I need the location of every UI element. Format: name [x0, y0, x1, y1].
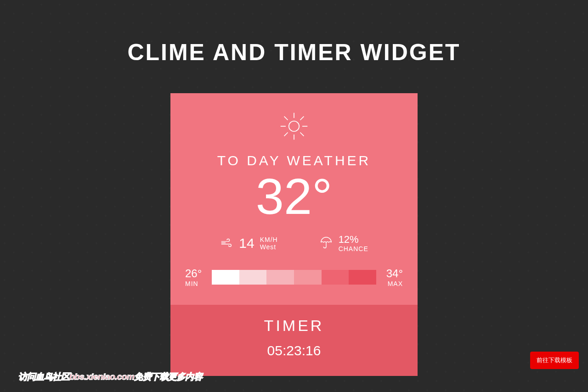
wind-stat: 14 KM/H West — [220, 234, 277, 252]
rain-percent: 12% — [339, 234, 368, 245]
svg-line-8 — [284, 133, 288, 136]
weather-timer-widget: TO DAY WEATHER 32° 14 KM/H West 12% — [170, 93, 418, 376]
timer-title: TIMER — [170, 317, 418, 335]
temperature-gradient-bar — [212, 270, 376, 285]
max-label: MAX — [386, 280, 403, 287]
wind-direction: West — [260, 243, 278, 251]
max-temp: 34° — [386, 267, 403, 280]
download-template-button[interactable]: 前往下载模板 — [530, 352, 579, 369]
wind-unit: KM/H — [260, 236, 278, 243]
min-temp-block: 26° MIN — [185, 267, 202, 287]
svg-line-6 — [300, 133, 304, 136]
temperature-range: 26° MIN 34° MAX — [184, 267, 404, 287]
weather-stats-row: 14 KM/H West 12% CHANCE — [184, 234, 404, 252]
watermark-text: 访问血鸟社区bbs.xieniao.com免费下载更多内容 — [18, 371, 202, 383]
rain-stat: 12% CHANCE — [319, 234, 368, 252]
wind-icon — [220, 235, 233, 251]
page-title: CLIME AND TIMER WIDGET — [0, 0, 588, 66]
wind-value: 14 — [239, 235, 254, 251]
temperature-value: 32° — [184, 171, 404, 222]
min-label: MIN — [185, 280, 202, 287]
max-temp-block: 34° MAX — [386, 267, 403, 287]
timer-value: 05:23:16 — [170, 343, 418, 358]
today-weather-label: TO DAY WEATHER — [184, 153, 404, 168]
svg-point-0 — [289, 121, 300, 132]
rain-label: CHANCE — [339, 245, 368, 252]
svg-line-5 — [284, 117, 288, 120]
svg-line-7 — [300, 117, 304, 120]
sun-icon — [184, 107, 404, 153]
umbrella-icon — [319, 235, 333, 251]
min-temp: 26° — [185, 267, 202, 280]
timer-section: TIMER 05:23:16 — [170, 305, 418, 376]
weather-section: TO DAY WEATHER 32° 14 KM/H West 12% — [170, 93, 418, 305]
